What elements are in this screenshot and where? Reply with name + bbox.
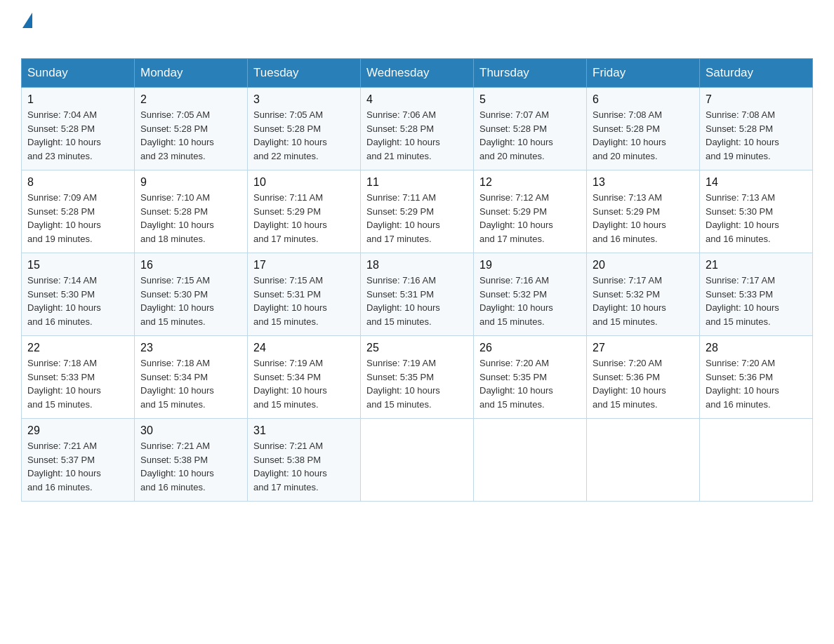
day-info: Sunrise: 7:20 AMSunset: 5:36 PMDaylight:… [706,358,779,410]
day-info: Sunrise: 7:04 AMSunset: 5:28 PMDaylight:… [27,109,101,161]
header-day-friday: Friday [587,59,700,88]
calendar-day-21: 21Sunrise: 7:17 AMSunset: 5:33 PMDayligh… [700,253,813,336]
day-info: Sunrise: 7:11 AMSunset: 5:29 PMDaylight:… [253,192,327,244]
day-info: Sunrise: 7:21 AMSunset: 5:37 PMDaylight:… [27,441,101,492]
day-info: Sunrise: 7:21 AMSunset: 5:38 PMDaylight:… [253,441,327,492]
day-number: 28 [706,342,807,354]
calendar-day-10: 10Sunrise: 7:11 AMSunset: 5:29 PMDayligh… [248,170,361,253]
calendar-day-5: 5Sunrise: 7:07 AMSunset: 5:28 PMDaylight… [474,88,587,170]
calendar-day-17: 17Sunrise: 7:15 AMSunset: 5:31 PMDayligh… [248,253,361,336]
day-info: Sunrise: 7:11 AMSunset: 5:29 PMDaylight:… [366,192,440,244]
calendar-day-7: 7Sunrise: 7:08 AMSunset: 5:28 PMDaylight… [700,88,813,170]
calendar-day-8: 8Sunrise: 7:09 AMSunset: 5:28 PMDaylight… [22,170,135,253]
day-number: 14 [706,176,807,189]
day-info: Sunrise: 7:19 AMSunset: 5:35 PMDaylight:… [366,358,440,410]
calendar-day-25: 25Sunrise: 7:19 AMSunset: 5:35 PMDayligh… [361,336,474,419]
calendar-day-empty [474,419,587,502]
day-info: Sunrise: 7:19 AMSunset: 5:34 PMDaylight:… [253,358,327,410]
day-number: 2 [140,93,241,106]
day-info: Sunrise: 7:20 AMSunset: 5:35 PMDaylight:… [479,358,553,410]
day-number: 21 [706,259,807,271]
day-number: 30 [140,424,241,437]
logo [21,14,32,51]
calendar-day-27: 27Sunrise: 7:20 AMSunset: 5:36 PMDayligh… [587,336,700,419]
calendar-day-empty [587,419,700,502]
calendar-week-2: 8Sunrise: 7:09 AMSunset: 5:28 PMDaylight… [22,170,813,253]
day-number: 10 [253,176,355,189]
calendar-week-5: 29Sunrise: 7:21 AMSunset: 5:37 PMDayligh… [22,419,813,502]
day-number: 25 [366,342,468,354]
logo-triangle-icon [22,13,32,28]
day-number: 1 [27,93,128,106]
header-day-tuesday: Tuesday [248,59,361,88]
calendar-day-empty [700,419,813,502]
day-info: Sunrise: 7:17 AMSunset: 5:33 PMDaylight:… [706,275,779,327]
day-number: 18 [366,259,468,271]
header-day-sunday: Sunday [22,59,135,88]
day-info: Sunrise: 7:21 AMSunset: 5:38 PMDaylight:… [140,441,214,492]
day-info: Sunrise: 7:09 AMSunset: 5:28 PMDaylight:… [27,192,101,244]
header-day-thursday: Thursday [474,59,587,88]
calendar-header-row: SundayMondayTuesdayWednesdayThursdayFrid… [22,59,813,88]
day-number: 24 [253,342,355,354]
day-number: 7 [706,93,807,106]
calendar-day-empty [361,419,474,502]
day-number: 17 [253,259,355,271]
calendar-day-31: 31Sunrise: 7:21 AMSunset: 5:38 PMDayligh… [248,419,361,502]
day-info: Sunrise: 7:13 AMSunset: 5:30 PMDaylight:… [706,192,779,244]
day-info: Sunrise: 7:08 AMSunset: 5:28 PMDaylight:… [593,109,666,161]
calendar-day-26: 26Sunrise: 7:20 AMSunset: 5:35 PMDayligh… [474,336,587,419]
day-info: Sunrise: 7:05 AMSunset: 5:28 PMDaylight:… [140,109,214,161]
day-number: 23 [140,342,241,354]
day-number: 20 [593,259,694,271]
header-day-saturday: Saturday [700,59,813,88]
day-number: 16 [140,259,241,271]
day-info: Sunrise: 7:18 AMSunset: 5:33 PMDaylight:… [27,358,101,410]
day-number: 19 [479,259,581,271]
calendar-day-12: 12Sunrise: 7:12 AMSunset: 5:29 PMDayligh… [474,170,587,253]
day-info: Sunrise: 7:16 AMSunset: 5:32 PMDaylight:… [479,275,553,327]
day-info: Sunrise: 7:10 AMSunset: 5:28 PMDaylight:… [140,192,214,244]
day-info: Sunrise: 7:13 AMSunset: 5:29 PMDaylight:… [593,192,666,244]
day-number: 15 [27,259,128,271]
header-day-monday: Monday [135,59,248,88]
calendar-day-13: 13Sunrise: 7:13 AMSunset: 5:29 PMDayligh… [587,170,700,253]
calendar-day-1: 1Sunrise: 7:04 AMSunset: 5:28 PMDaylight… [22,88,135,170]
day-info: Sunrise: 7:18 AMSunset: 5:34 PMDaylight:… [140,358,214,410]
calendar-day-29: 29Sunrise: 7:21 AMSunset: 5:37 PMDayligh… [22,419,135,502]
day-number: 13 [593,176,694,189]
calendar-day-30: 30Sunrise: 7:21 AMSunset: 5:38 PMDayligh… [135,419,248,502]
day-info: Sunrise: 7:15 AMSunset: 5:30 PMDaylight:… [140,275,214,327]
calendar-day-22: 22Sunrise: 7:18 AMSunset: 5:33 PMDayligh… [22,336,135,419]
day-number: 9 [140,176,241,189]
day-info: Sunrise: 7:16 AMSunset: 5:31 PMDaylight:… [366,275,440,327]
calendar-day-18: 18Sunrise: 7:16 AMSunset: 5:31 PMDayligh… [361,253,474,336]
day-info: Sunrise: 7:20 AMSunset: 5:36 PMDaylight:… [593,358,666,410]
calendar-day-3: 3Sunrise: 7:05 AMSunset: 5:28 PMDaylight… [248,88,361,170]
calendar-day-20: 20Sunrise: 7:17 AMSunset: 5:32 PMDayligh… [587,253,700,336]
day-info: Sunrise: 7:06 AMSunset: 5:28 PMDaylight:… [366,109,440,161]
day-number: 12 [479,176,581,189]
day-info: Sunrise: 7:17 AMSunset: 5:32 PMDaylight:… [593,275,666,327]
header-day-wednesday: Wednesday [361,59,474,88]
page-header [21,14,813,51]
calendar-day-15: 15Sunrise: 7:14 AMSunset: 5:30 PMDayligh… [22,253,135,336]
day-number: 4 [366,93,468,106]
day-number: 8 [27,176,128,189]
day-number: 11 [366,176,468,189]
day-number: 22 [27,342,128,354]
calendar-day-24: 24Sunrise: 7:19 AMSunset: 5:34 PMDayligh… [248,336,361,419]
calendar-day-4: 4Sunrise: 7:06 AMSunset: 5:28 PMDaylight… [361,88,474,170]
calendar-day-28: 28Sunrise: 7:20 AMSunset: 5:36 PMDayligh… [700,336,813,419]
calendar-table: SundayMondayTuesdayWednesdayThursdayFrid… [21,58,813,502]
day-number: 5 [479,93,581,106]
calendar-day-9: 9Sunrise: 7:10 AMSunset: 5:28 PMDaylight… [135,170,248,253]
day-info: Sunrise: 7:12 AMSunset: 5:29 PMDaylight:… [479,192,553,244]
calendar-day-14: 14Sunrise: 7:13 AMSunset: 5:30 PMDayligh… [700,170,813,253]
day-info: Sunrise: 7:15 AMSunset: 5:31 PMDaylight:… [253,275,327,327]
day-info: Sunrise: 7:05 AMSunset: 5:28 PMDaylight:… [253,109,327,161]
day-number: 27 [593,342,694,354]
day-number: 6 [593,93,694,106]
day-info: Sunrise: 7:14 AMSunset: 5:30 PMDaylight:… [27,275,101,327]
calendar-day-16: 16Sunrise: 7:15 AMSunset: 5:30 PMDayligh… [135,253,248,336]
